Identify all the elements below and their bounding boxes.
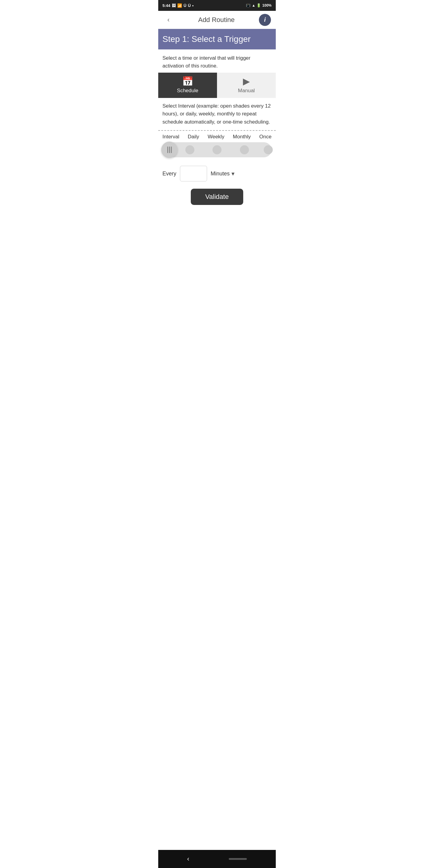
dropdown-arrow-icon: ▾	[231, 170, 235, 177]
thumb-line-3	[171, 147, 172, 153]
interval-description: Select Interval (example: open shades ev…	[158, 98, 276, 128]
thumb-line-1	[167, 147, 168, 153]
step-banner: Step 1: Select a Trigger	[158, 29, 276, 50]
interval-description-text: Select Interval (example: open shades ev…	[162, 103, 271, 125]
every-input[interactable]	[180, 166, 207, 181]
interval-slider-container	[158, 141, 276, 163]
thumb-line-2	[169, 147, 170, 153]
tab-schedule-label: Schedule	[177, 88, 198, 94]
vibrate-icon: 📳	[246, 3, 250, 7]
tab-manual[interactable]: ▶ Manual	[217, 73, 276, 98]
label-monthly: Monthly	[233, 134, 251, 140]
every-row: Every Minutes ▾	[158, 163, 276, 186]
status-time: 5:44	[162, 3, 170, 8]
bottom-pill	[229, 858, 247, 860]
minutes-selector[interactable]: Minutes ▾	[211, 170, 235, 177]
trigger-description: Select a time or interval that will trig…	[158, 50, 276, 73]
step-banner-text: Step 1: Select a Trigger	[162, 34, 251, 44]
slider-thumb[interactable]	[161, 142, 178, 158]
validate-button-wrapper: Validate	[158, 186, 276, 214]
status-left: 5:44 🖼 📶 Ü Ü •	[162, 3, 193, 8]
battery-icon: 🔋	[256, 3, 261, 7]
slider-dot-monthly	[240, 145, 249, 154]
minutes-label: Minutes	[211, 170, 230, 177]
bottom-back-button[interactable]: ‹	[187, 855, 189, 863]
page-title: Add Routine	[198, 16, 235, 24]
back-button[interactable]: ‹	[163, 16, 174, 24]
battery-percent: 100%	[262, 3, 272, 7]
validate-button[interactable]: Validate	[191, 189, 243, 205]
thumb-handle	[167, 147, 172, 153]
trigger-tabs: 📅 Schedule ▶ Manual	[158, 73, 276, 98]
every-label: Every	[162, 170, 176, 177]
slider-track[interactable]	[162, 142, 272, 157]
signal-icon: 📶	[177, 3, 182, 8]
slider-dot-weekly	[213, 145, 221, 154]
wifi-icon: ▲	[252, 3, 255, 7]
info-button[interactable]: i	[259, 14, 271, 26]
slider-dot-daily	[185, 145, 194, 154]
dot-icon: •	[192, 3, 194, 8]
slider-labels: Interval Daily Weekly Monthly Once	[158, 131, 276, 141]
status-right: 📳 ▲ 🔋 100%	[246, 3, 272, 7]
u-icon-2: Ü	[188, 3, 190, 8]
tab-manual-label: Manual	[238, 88, 255, 94]
photo-icon: 🖼	[172, 3, 176, 8]
status-bar: 5:44 🖼 📶 Ü Ü • 📳 ▲ 🔋 100%	[158, 0, 276, 11]
trigger-description-text: Select a time or interval that will trig…	[162, 55, 250, 69]
label-daily: Daily	[188, 134, 199, 140]
play-icon: ▶	[243, 77, 250, 86]
slider-dot-once	[264, 145, 273, 154]
tab-schedule[interactable]: 📅 Schedule	[158, 73, 217, 98]
bottom-nav-bar: ‹	[158, 850, 276, 868]
u-icon-1: Ü	[184, 3, 186, 8]
calendar-icon: 📅	[182, 77, 193, 86]
top-nav: ‹ Add Routine i	[158, 11, 276, 29]
label-interval: Interval	[162, 134, 179, 140]
label-weekly: Weekly	[208, 134, 224, 140]
label-once: Once	[259, 134, 272, 140]
